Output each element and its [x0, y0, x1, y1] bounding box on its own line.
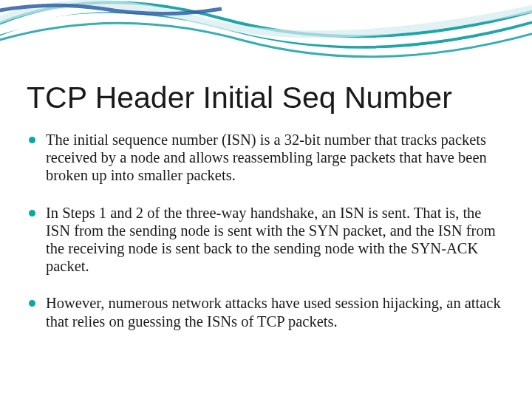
slide-content: TCP Header Initial Seq Number The initia…: [27, 81, 505, 349]
bullet-item: However, numerous network attacks have u…: [27, 294, 505, 330]
slide-title: TCP Header Initial Seq Number: [27, 81, 505, 115]
bullet-list: The initial sequence number (ISN) is a 3…: [27, 131, 505, 330]
decorative-swoosh: [0, 0, 532, 81]
bullet-item: The initial sequence number (ISN) is a 3…: [27, 131, 505, 185]
bullet-item: In Steps 1 and 2 of the three-way handsh…: [27, 204, 505, 276]
